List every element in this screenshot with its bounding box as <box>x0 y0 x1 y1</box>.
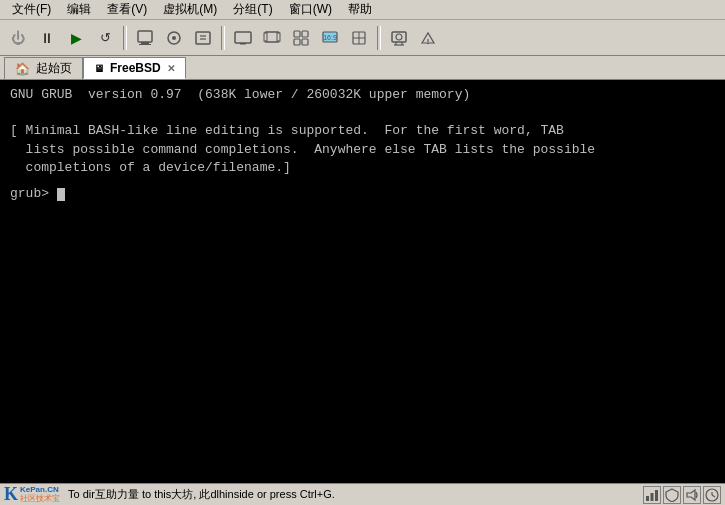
toolbar-group-vm-controls: ⏻ ⏸ ▶ ↺ <box>4 24 119 52</box>
main-window: 文件(F) 编辑 查看(V) 虚拟机(M) 分组(T) 窗口(W) 帮助 ⏻ ⏸… <box>0 0 725 505</box>
terminal-line-4: lists possible command completions. Anyw… <box>10 141 715 159</box>
toolbar-group-display: 16:9 <box>229 24 373 52</box>
svg-rect-13 <box>294 31 300 37</box>
terminal-line-3: [ Minimal BASH-like line editing is supp… <box>10 122 715 140</box>
menu-window[interactable]: 窗口(W) <box>281 0 340 20</box>
logo-k-icon: K <box>4 484 18 505</box>
settings-btn-2[interactable] <box>160 24 188 52</box>
play-button[interactable]: ▶ <box>62 24 90 52</box>
terminal-line-2 <box>10 104 715 122</box>
snap-btn-1[interactable] <box>385 24 413 52</box>
terminal-prompt: grub> <box>10 185 715 203</box>
settings-icon-3 <box>194 29 212 47</box>
svg-rect-15 <box>294 39 300 45</box>
svg-marker-32 <box>687 490 695 500</box>
display-btn-3[interactable] <box>287 24 315 52</box>
clock-icon <box>703 486 721 504</box>
statusbar-right <box>643 486 721 504</box>
terminal-line-1: GNU GRUB version 0.97 (638K lower / 2600… <box>10 86 715 104</box>
svg-rect-1 <box>141 42 149 44</box>
svg-rect-11 <box>264 33 267 41</box>
logo-text-block: KePan.CN 社区技术宝 <box>20 486 60 504</box>
menu-vm[interactable]: 虚拟机(M) <box>155 0 225 20</box>
statusbar: K KePan.CN 社区技术宝 To dir互助力量 to this大坊, 此… <box>0 483 725 505</box>
svg-rect-0 <box>138 31 152 42</box>
svg-rect-16 <box>302 39 308 45</box>
home-icon: 🏠 <box>15 62 30 76</box>
statusbar-text: To dir互助力量 to this大坊, 此dlhinside or pres… <box>68 487 335 502</box>
terminal-line-5: completions of a device/filename.] <box>10 159 715 177</box>
svg-point-26 <box>396 34 402 40</box>
svg-rect-12 <box>277 33 280 41</box>
toolbar-group-snap <box>385 24 442 52</box>
tab-home[interactable]: 🏠 起始页 <box>4 57 83 79</box>
display-icon-2 <box>263 29 281 47</box>
menubar: 文件(F) 编辑 查看(V) 虚拟机(M) 分组(T) 窗口(W) 帮助 <box>0 0 725 20</box>
tab-close-icon[interactable]: ✕ <box>167 63 175 74</box>
svg-text:16:9: 16:9 <box>323 34 337 41</box>
settings-icon-1 <box>136 29 154 47</box>
power-icon: ⏻ <box>11 30 25 46</box>
suspend-icon: ⏸ <box>40 30 54 46</box>
svg-point-4 <box>172 36 176 40</box>
svg-rect-5 <box>196 32 210 44</box>
svg-rect-2 <box>139 44 151 45</box>
prompt-text: grub> <box>10 186 57 201</box>
statusbar-left: K KePan.CN 社区技术宝 To dir互助力量 to this大坊, 此… <box>4 484 637 505</box>
suspend-button[interactable]: ⏸ <box>33 24 61 52</box>
display-icon-4: 16:9 <box>321 29 339 47</box>
menu-help[interactable]: 帮助 <box>340 0 380 20</box>
settings-btn-1[interactable] <box>131 24 159 52</box>
toolbar-sep-3 <box>377 26 381 50</box>
settings-icon-2 <box>165 29 183 47</box>
tab-freebsd-label: FreeBSD <box>110 61 161 75</box>
display-btn-2[interactable] <box>258 24 286 52</box>
display-btn-4[interactable]: 16:9 <box>316 24 344 52</box>
menu-edit[interactable]: 编辑 <box>59 0 99 20</box>
security-icon <box>663 486 681 504</box>
toolbar-group-settings <box>131 24 217 52</box>
snap-icon-1 <box>390 29 408 47</box>
display-btn-1[interactable] <box>229 24 257 52</box>
toolbar-sep-1 <box>123 26 127 50</box>
freebsd-icon: 🖥 <box>94 63 104 74</box>
restart-icon: ↺ <box>100 30 111 45</box>
svg-rect-29 <box>646 496 649 501</box>
settings-btn-3[interactable] <box>189 24 217 52</box>
sound-icon <box>683 486 701 504</box>
tab-freebsd[interactable]: 🖥 FreeBSD ✕ <box>83 57 186 79</box>
play-icon: ▶ <box>71 30 82 46</box>
tab-home-label: 起始页 <box>36 60 72 77</box>
toolbar-sep-2 <box>221 26 225 50</box>
svg-rect-14 <box>302 31 308 37</box>
terminal-area[interactable]: GNU GRUB version 0.97 (638K lower / 2600… <box>0 80 725 483</box>
display-icon-5 <box>350 29 368 47</box>
svg-point-28 <box>427 42 429 44</box>
display-icon-3 <box>292 29 310 47</box>
snap-icon-2 <box>419 29 437 47</box>
network-icon <box>643 486 661 504</box>
tabbar: 🏠 起始页 🖥 FreeBSD ✕ <box>0 56 725 80</box>
svg-rect-8 <box>235 32 251 43</box>
svg-rect-9 <box>240 43 246 45</box>
power-button[interactable]: ⏻ <box>4 24 32 52</box>
display-btn-5[interactable] <box>345 24 373 52</box>
menu-group[interactable]: 分组(T) <box>225 0 280 20</box>
menu-file[interactable]: 文件(F) <box>4 0 59 20</box>
logo-area: K KePan.CN 社区技术宝 <box>4 484 60 505</box>
restart-button[interactable]: ↺ <box>91 24 119 52</box>
display-icon-1 <box>234 29 252 47</box>
svg-line-35 <box>712 495 715 497</box>
svg-rect-30 <box>651 493 654 501</box>
menu-view[interactable]: 查看(V) <box>99 0 155 20</box>
terminal-cursor <box>57 188 65 201</box>
logo-line2: 社区技术宝 <box>20 495 60 504</box>
snap-btn-2[interactable] <box>414 24 442 52</box>
svg-rect-31 <box>655 490 658 501</box>
toolbar: ⏻ ⏸ ▶ ↺ <box>0 20 725 56</box>
